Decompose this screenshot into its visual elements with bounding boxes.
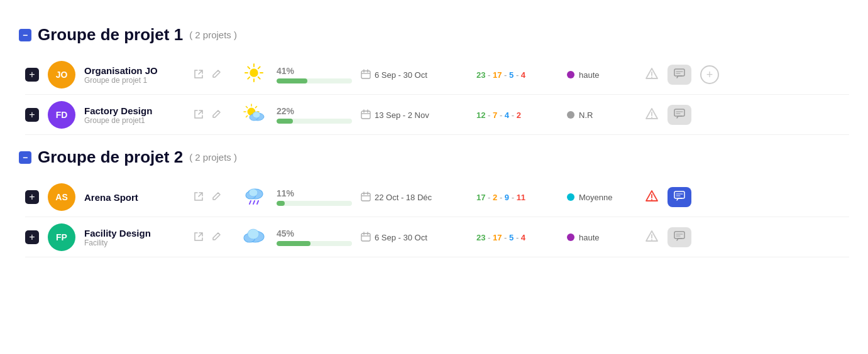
svg-line-23 (246, 106, 248, 107)
priority-dot (567, 71, 574, 78)
svg-line-6 (258, 77, 260, 78)
date-text: 6 Sep - 30 Oct (375, 70, 427, 80)
project-info: Factory Design Groupe de projet1 (84, 105, 185, 125)
task-counts: 12 - 7 - 4 - 2 (476, 110, 558, 120)
add-project-btn[interactable]: + (700, 65, 719, 84)
group-count: ( 2 projets ) (189, 152, 237, 163)
project-info: Arena Sport (84, 192, 185, 203)
priority-label: Moyenne (579, 193, 612, 202)
svg-point-29 (253, 112, 260, 118)
priority: haute (567, 70, 636, 80)
expand-btn[interactable]: + (25, 190, 39, 204)
svg-rect-57 (361, 233, 370, 241)
external-link-icon[interactable] (194, 69, 204, 81)
project-name: Organisation JO (84, 65, 185, 76)
progress-percent: 22% (277, 106, 352, 116)
avatar: FP (48, 223, 75, 251)
priority: N.R (567, 110, 636, 120)
date-range: 6 Sep - 30 Oct (361, 69, 468, 81)
expand-btn[interactable]: + (25, 68, 39, 82)
date-range: 22 Oct - 18 Déc (361, 191, 468, 203)
calendar-icon (361, 109, 371, 121)
priority-dot (567, 233, 574, 241)
project-group-label: Facility (84, 239, 185, 247)
comment-btn[interactable] (667, 65, 691, 85)
action-icons (194, 191, 231, 203)
svg-line-25 (255, 106, 256, 107)
project-info: Facility Design Facility (84, 228, 185, 247)
comment-btn[interactable] (667, 187, 691, 207)
group-header: − Groupe de projet 2 ( 2 projets ) (19, 148, 849, 167)
edit-icon[interactable] (211, 69, 221, 81)
progress-percent: 11% (277, 188, 352, 198)
svg-rect-15 (674, 69, 684, 76)
group-section: − Groupe de projet 2 ( 2 projets ) + AS … (19, 148, 849, 257)
svg-point-35 (651, 117, 652, 118)
avatar: JO (48, 61, 75, 88)
group-collapse-btn[interactable]: − (19, 151, 31, 164)
project-row: + AS Arena Sport (25, 177, 849, 217)
expand-btn[interactable]: + (25, 230, 39, 244)
external-link-icon[interactable] (194, 191, 204, 203)
svg-line-44 (257, 201, 258, 204)
edit-icon[interactable] (211, 232, 221, 244)
priority-label: N.R (579, 110, 593, 120)
external-link-icon[interactable] (194, 232, 204, 244)
priority-dot (567, 193, 574, 201)
project-name: Factory Design (84, 105, 185, 116)
alert-icon[interactable] (645, 189, 659, 206)
priority-label: haute (579, 233, 600, 242)
priority-dot (567, 111, 574, 119)
avatar: FD (48, 101, 75, 129)
expand-btn[interactable]: + (25, 108, 39, 122)
calendar-icon (361, 232, 371, 244)
external-link-icon[interactable] (194, 109, 204, 121)
svg-line-42 (250, 201, 251, 204)
edit-icon[interactable] (211, 109, 221, 121)
project-group-label: Groupe de projet 1 (84, 76, 185, 85)
group-header: − Groupe de projet 1 ( 2 projets ) (19, 25, 849, 45)
action-icons (194, 109, 231, 121)
priority-label: haute (579, 70, 600, 80)
comment-btn[interactable] (667, 227, 691, 247)
calendar-icon (361, 69, 371, 81)
project-row: + JO Organisation JO Groupe de projet 1 (25, 55, 849, 95)
progress-percent: 45% (277, 228, 352, 239)
svg-line-26 (246, 115, 248, 117)
alert-icon[interactable] (645, 67, 659, 83)
task-counts: 23 - 17 - 5 - 4 (476, 70, 558, 80)
calendar-icon (361, 191, 371, 203)
avatar: AS (48, 183, 75, 211)
svg-line-8 (248, 77, 250, 78)
date-text: 22 Oct - 18 Déc (375, 193, 432, 202)
progress-bar: 41% (277, 66, 352, 83)
svg-line-5 (248, 67, 250, 68)
project-row: + FD Factory Design Groupe de projet1 (25, 95, 849, 135)
edit-icon[interactable] (211, 191, 221, 203)
action-icons (194, 69, 231, 81)
progress-bar: 22% (277, 106, 352, 124)
project-name: Facility Design (84, 228, 185, 239)
alert-icon[interactable] (645, 229, 659, 246)
project-info: Organisation JO Groupe de projet 1 (84, 65, 185, 85)
alert-icon[interactable] (645, 107, 659, 124)
group-collapse-btn[interactable]: − (19, 29, 31, 41)
priority: Moyenne (567, 193, 636, 202)
project-name: Arena Sport (84, 192, 185, 203)
group-count: ( 2 projets ) (189, 30, 237, 40)
weather-icon-sunny (240, 63, 268, 87)
progress-percent: 41% (277, 66, 352, 76)
svg-point-56 (248, 229, 259, 239)
priority: haute (567, 233, 636, 242)
project-row: + FP Facility Design Facility (25, 217, 849, 257)
task-counts: 17 - 2 - 9 - 11 (476, 193, 558, 202)
svg-rect-30 (361, 111, 370, 119)
svg-rect-45 (361, 193, 370, 201)
svg-point-0 (250, 69, 258, 77)
weather-icon-rainy (240, 184, 268, 211)
project-group-label: Groupe de projet1 (84, 116, 185, 125)
date-range: 13 Sep - 2 Nov (361, 109, 468, 121)
group-title: Groupe de projet 2 (38, 148, 183, 167)
group-section: − Groupe de projet 1 ( 2 projets ) + JO … (19, 25, 849, 135)
comment-btn[interactable] (667, 105, 691, 125)
